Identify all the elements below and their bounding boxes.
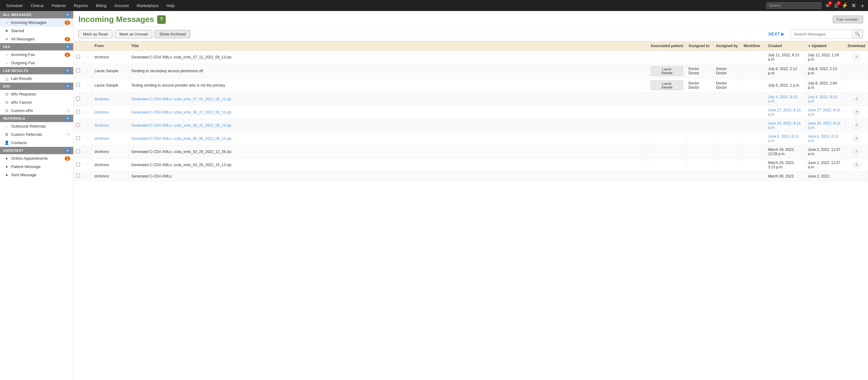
download-button[interactable]: ⏱ bbox=[852, 122, 860, 130]
nav-reports[interactable]: Reports bbox=[70, 2, 92, 10]
sidebar-item-outbound-referrals[interactable]: ← Outbound Referrals bbox=[0, 122, 73, 130]
nav-patients[interactable]: Patients bbox=[48, 2, 69, 10]
row-star-icon[interactable]: ☆ bbox=[86, 174, 89, 179]
row-checkbox[interactable] bbox=[76, 123, 80, 127]
custom-referrals-edit-icon[interactable]: ✎ bbox=[67, 133, 70, 137]
row-star-icon[interactable]: ☆ bbox=[86, 55, 89, 60]
download-button[interactable]: ⏱ bbox=[852, 95, 860, 103]
sidebar: ALL MESSAGES + → Incoming Messages 7 ★ S… bbox=[0, 11, 73, 380]
menu-icon-button[interactable]: ☰ 4 bbox=[833, 2, 839, 9]
row-updated-cell: June 2, 2022, bbox=[805, 172, 845, 181]
sidebar-item-sent-message[interactable]: ● Sent Message bbox=[0, 171, 73, 179]
nav-billing[interactable]: Billing bbox=[92, 2, 110, 10]
row-download-cell bbox=[845, 78, 868, 93]
download-button[interactable]: ⏱ bbox=[852, 161, 860, 169]
row-from-cell: Laurie Sample bbox=[92, 78, 129, 93]
message-title-link[interactable]: Generated C-CDA XMLs: ccda_xmls_06_27_20… bbox=[131, 110, 231, 114]
row-checkbox[interactable] bbox=[76, 69, 80, 72]
nav-account[interactable]: Account bbox=[111, 2, 132, 10]
sidebar-item-all-messages[interactable]: ≡ All Messages 7 bbox=[0, 35, 73, 43]
show-archived-button[interactable]: Show Archived bbox=[155, 30, 190, 38]
erx-add-icon[interactable]: + bbox=[65, 84, 70, 89]
nav-clinical[interactable]: Clinical bbox=[27, 2, 47, 10]
sidebar-item-starred[interactable]: ★ Starred bbox=[0, 27, 73, 35]
sidebar-item-erx-cancel[interactable]: ⊙ eRx Cancel bbox=[0, 98, 73, 106]
lab-results-add-icon[interactable]: + bbox=[65, 68, 70, 73]
row-star-cell: ☆ bbox=[83, 93, 92, 106]
next-link[interactable]: NEXT ▶ bbox=[769, 32, 784, 36]
table-row: ☆ drchrono Generated C-CDA XMLs: ccda_xm… bbox=[73, 93, 868, 106]
patient-badge[interactable]: LaurieSample bbox=[651, 66, 683, 76]
sidebar-section-lab-results: LAB RESULTS + bbox=[0, 67, 73, 74]
message-from-link[interactable]: drchrono bbox=[95, 136, 109, 141]
outgoing-fax-label: Outgoing Fax bbox=[11, 61, 70, 65]
row-checkbox[interactable] bbox=[76, 83, 80, 87]
referrals-add-icon[interactable]: + bbox=[65, 116, 70, 121]
row-checkbox[interactable] bbox=[76, 136, 80, 140]
nav-separator: ⚡ bbox=[841, 2, 848, 9]
download-button[interactable]: ⏱ bbox=[852, 108, 860, 116]
row-updated: June 2, 2022, 11:57 a.m. bbox=[808, 161, 840, 169]
help-icon-button[interactable]: ? bbox=[157, 15, 166, 24]
download-button[interactable]: ⏱ bbox=[852, 135, 860, 143]
search-messages-button[interactable]: 🔍 bbox=[852, 30, 863, 38]
row-updated: July 12, 2022, 1:16 p.m. bbox=[808, 53, 839, 62]
nav-plus-button[interactable]: ✕ bbox=[851, 2, 856, 9]
nav-marketplace[interactable]: Marketplace bbox=[133, 2, 162, 10]
onpatient-add-icon[interactable]: + bbox=[65, 148, 70, 153]
row-patient-cell bbox=[648, 145, 686, 159]
nav-help[interactable]: Help bbox=[163, 2, 178, 10]
row-star-icon[interactable]: ☆ bbox=[86, 69, 89, 73]
sidebar-item-incoming-messages[interactable]: → Incoming Messages 7 bbox=[0, 19, 73, 27]
sidebar-item-incoming-fax[interactable]: → Incoming Fax 1 bbox=[0, 50, 73, 59]
fax-add-icon[interactable]: + bbox=[65, 44, 70, 49]
global-search-input[interactable] bbox=[766, 2, 822, 9]
all-messages-label: ALL MESSAGES bbox=[3, 13, 32, 16]
col-header-updated[interactable]: Updated bbox=[805, 41, 845, 51]
message-title-link[interactable]: Generated C-CDA XMLs: ccda_xmls_07_04_20… bbox=[131, 97, 231, 101]
row-checkbox[interactable] bbox=[76, 163, 80, 167]
sidebar-item-online-appointments[interactable]: ● Online Appointments 1 bbox=[0, 154, 73, 163]
message-from-link[interactable]: drchrono bbox=[95, 110, 109, 114]
row-checkbox[interactable] bbox=[76, 97, 80, 101]
content-area: Incoming Messages ? Fax number: Mark as … bbox=[73, 11, 868, 380]
row-star-icon[interactable]: ☆ bbox=[86, 149, 89, 154]
mark-as-read-button[interactable]: Mark as Read bbox=[79, 30, 113, 38]
row-title-cell: Generated C-CDA XMLs: ccda_xmls_06_20_20… bbox=[129, 119, 648, 132]
download-button[interactable]: ⏱ bbox=[852, 53, 860, 61]
row-star-icon[interactable]: ☆ bbox=[86, 110, 89, 115]
row-star-icon[interactable]: ☆ bbox=[86, 136, 89, 141]
sidebar-item-custom-erx[interactable]: ⊙ Custom eRx ✎ bbox=[0, 106, 73, 115]
sidebar-item-custom-referrals[interactable]: ⚙ Custom Referrals ✎ bbox=[0, 130, 73, 139]
mail-icon-button[interactable]: ✉ 4 bbox=[825, 2, 831, 9]
patient-badge[interactable]: LaurieSample bbox=[651, 80, 683, 90]
download-button[interactable]: ⏱ bbox=[852, 148, 860, 156]
message-title-link[interactable]: Generated C-CDA XMLs: ccda_xmls_06_20_20… bbox=[131, 123, 231, 128]
custom-erx-edit-icon[interactable]: ✎ bbox=[67, 109, 70, 113]
nav-add-button[interactable]: ＋ bbox=[860, 2, 866, 10]
message-from-link[interactable]: drchrono bbox=[95, 97, 109, 101]
row-star-icon[interactable]: ☆ bbox=[86, 163, 89, 167]
mark-as-unread-button[interactable]: Mark as Unread bbox=[115, 30, 152, 38]
row-star-icon[interactable]: ☆ bbox=[86, 83, 89, 88]
row-checkbox[interactable] bbox=[76, 55, 80, 59]
message-title-link[interactable]: Generated C-CDA XMLs: ccda_xmls_06_06_20… bbox=[131, 136, 231, 141]
search-messages-input[interactable] bbox=[791, 30, 852, 38]
sidebar-item-outgoing-fax[interactable]: ← Outgoing Fax bbox=[0, 59, 73, 67]
row-checkbox-cell bbox=[73, 51, 83, 64]
sidebar-item-erx-requests[interactable]: ⊙ eRx Requests bbox=[0, 90, 73, 98]
sidebar-item-patient-message[interactable]: ● Patient Message bbox=[0, 163, 73, 171]
row-checkbox[interactable] bbox=[76, 110, 80, 114]
row-checkbox[interactable] bbox=[76, 174, 80, 178]
row-assigned-to: Doctor Doctor bbox=[688, 81, 699, 90]
message-title: Generated C-CDA XMLs: ccda_xmls_07_11_20… bbox=[131, 55, 231, 59]
sidebar-item-lab-results[interactable]: △ Lab Results bbox=[0, 74, 73, 82]
row-checkbox[interactable] bbox=[76, 149, 80, 153]
all-messages-add-icon[interactable]: + bbox=[65, 12, 70, 17]
row-star-icon[interactable]: ☆ bbox=[86, 123, 89, 128]
nav-schedule[interactable]: Schedule bbox=[2, 2, 26, 10]
row-star-icon[interactable]: ☆ bbox=[86, 97, 89, 102]
sidebar-item-contacts[interactable]: 👤 Contacts bbox=[0, 139, 73, 147]
row-assigned-by-cell bbox=[713, 159, 741, 172]
message-from-link[interactable]: drchrono bbox=[95, 123, 109, 128]
